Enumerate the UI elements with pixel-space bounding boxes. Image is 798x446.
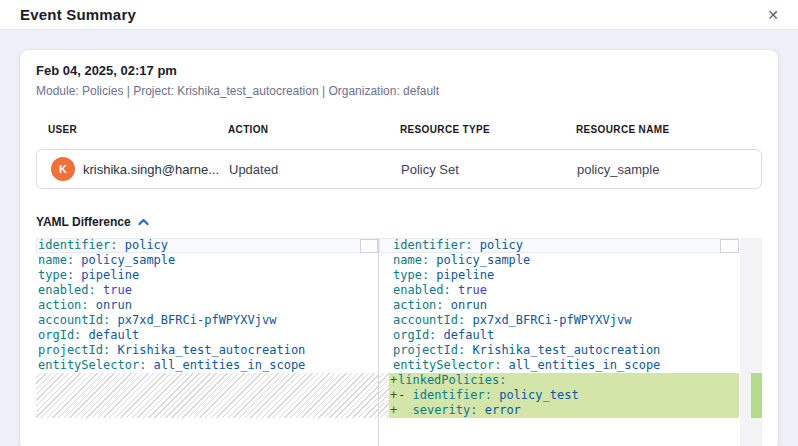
added-code-line: +- identifier: policy_test	[379, 388, 739, 403]
code-line: orgId: default	[379, 328, 739, 343]
column-header-action: ACTION	[228, 124, 400, 135]
yaml-difference-label: YAML Difference	[36, 215, 131, 229]
code-line: accountId: px7xd_BFRCi-pfWPYXVjvw	[36, 313, 378, 328]
dialog-title: Event Summary	[20, 0, 136, 29]
action-cell: Updated	[229, 162, 401, 177]
added-line-marker: +	[390, 388, 397, 403]
chevron-up-icon	[138, 218, 149, 226]
event-summary-dialog: { "dialog": { "title": "Event Summary" }…	[0, 0, 798, 446]
added-code-line: +linkedPolicies:	[379, 373, 739, 388]
code-line: accountId: px7xd_BFRCi-pfWPYXVjvw	[379, 313, 739, 328]
audit-table-row: K krishika.singh@harne... Updated Policy…	[36, 149, 762, 189]
audit-table-header: USER ACTION RESOURCE TYPE RESOURCE NAME	[36, 124, 762, 135]
left-scrollbar-slider[interactable]	[360, 239, 378, 253]
user-email: krishika.singh@harne...	[83, 162, 219, 177]
added-line-hatch	[379, 403, 389, 418]
event-summary-card: Feb 04, 2025, 02:17 pm Module: Policies …	[20, 50, 778, 446]
resource-type-cell: Policy Set	[401, 162, 577, 177]
yaml-diff-editor: identifier: policyname: policy_sampletyp…	[36, 238, 762, 446]
code-line: action: onrun	[379, 298, 739, 313]
avatar: K	[51, 157, 75, 181]
added-line-marker: +	[390, 403, 397, 418]
code-line: projectId: Krishika_test_autocreation	[379, 343, 739, 358]
code-line: type: pipeline	[379, 268, 739, 283]
code-line: identifier: policy	[379, 238, 739, 253]
code-line: projectId: Krishika_test_autocreation	[36, 343, 378, 358]
diff-left-pane[interactable]: identifier: policyname: policy_sampletyp…	[36, 238, 378, 446]
close-icon[interactable]: ✕	[762, 4, 784, 26]
diff-placeholder-hatch	[36, 373, 378, 418]
code-line: type: pipeline	[36, 268, 378, 283]
overview-added-mark	[751, 373, 762, 418]
code-line: orgId: default	[36, 328, 378, 343]
code-line: action: onrun	[36, 298, 378, 313]
dialog-header: Event Summary ✕	[0, 0, 798, 30]
added-line-hatch	[379, 373, 389, 388]
code-line: name: policy_sample	[36, 253, 378, 268]
code-line: enabled: true	[36, 283, 378, 298]
diff-overview-ruler[interactable]	[740, 238, 762, 446]
column-header-user: USER	[36, 124, 228, 135]
event-timestamp: Feb 04, 2025, 02:17 pm	[36, 63, 762, 78]
event-meta: Module: Policies | Project: Krishika_tes…	[36, 84, 762, 98]
yaml-difference-toggle[interactable]: YAML Difference	[36, 215, 171, 229]
column-header-resource-name: RESOURCE NAME	[576, 124, 762, 135]
code-line: entitySelector: all_entities_in_scope	[379, 358, 739, 373]
code-line: name: policy_sample	[379, 253, 739, 268]
code-line: identifier: policy	[36, 238, 378, 253]
added-line-marker: +	[390, 373, 397, 388]
code-line: enabled: true	[379, 283, 739, 298]
resource-name-cell: policy_sample	[577, 162, 761, 177]
diff-right-pane[interactable]: identifier: policyname: policy_sampletyp…	[379, 238, 739, 446]
code-line: entitySelector: all_entities_in_scope	[36, 358, 378, 373]
right-scrollbar-slider[interactable]	[720, 239, 739, 253]
added-code-line: + severity: error	[379, 403, 739, 418]
column-header-resource-type: RESOURCE TYPE	[400, 124, 576, 135]
added-line-hatch	[379, 388, 389, 403]
user-cell: K krishika.singh@harne...	[37, 157, 229, 181]
